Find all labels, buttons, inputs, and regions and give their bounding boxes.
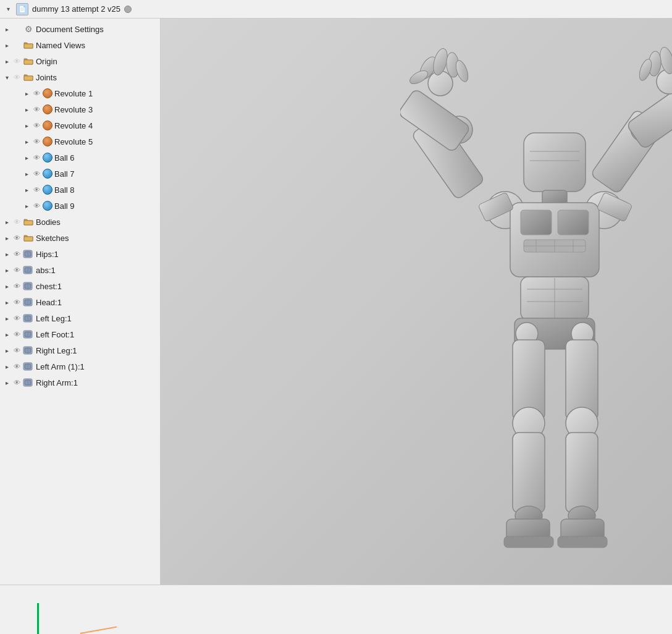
- eye-icon-right-arm[interactable]: [11, 377, 22, 388]
- ball-icon-ball-7: [43, 169, 52, 179]
- chevron-left-leg[interactable]: [2, 314, 11, 323]
- chevron-head[interactable]: [2, 298, 11, 306]
- eye-icon-abs[interactable]: [11, 264, 22, 276]
- chevron-ball-8[interactable]: [22, 185, 31, 194]
- eye-icon-hips[interactable]: [11, 248, 22, 260]
- svg-rect-45: [524, 133, 586, 192]
- folder-icon-joints: [23, 72, 34, 82]
- eye-icon-ball-8[interactable]: [31, 184, 42, 195]
- chevron-chest[interactable]: [2, 282, 11, 290]
- sidebar-item-revolute-1[interactable]: Revolute 1: [0, 85, 160, 101]
- label-document-settings: Document Settings: [36, 25, 104, 34]
- eye-icon-ball-7[interactable]: [31, 168, 42, 179]
- sidebar-item-hips[interactable]: Hips:1: [0, 246, 160, 262]
- chevron-left-arm-1[interactable]: [2, 362, 11, 371]
- bodypart-icon-left-leg: [23, 313, 34, 324]
- eye-icon-bodies[interactable]: [11, 216, 22, 227]
- sidebar-item-bodies[interactable]: Bodies: [0, 214, 160, 230]
- sidebar-item-ball-7[interactable]: Ball 7: [0, 166, 160, 182]
- chevron-ball-7[interactable]: [22, 169, 31, 178]
- sidebar-item-named-views[interactable]: Named Views: [0, 37, 160, 53]
- folder-icon-origin: [23, 56, 34, 66]
- chevron-document-settings[interactable]: [2, 25, 11, 33]
- sidebar-item-ball-6[interactable]: Ball 6: [0, 150, 160, 166]
- svg-rect-52: [521, 210, 552, 235]
- eye-icon-chest[interactable]: [11, 281, 22, 292]
- chevron-revolute-1[interactable]: [22, 89, 31, 98]
- eye-icon-revolute-1[interactable]: [31, 88, 42, 99]
- sidebar-item-document-settings[interactable]: Document Settings: [0, 21, 160, 37]
- sidebar-item-joints[interactable]: Joints: [0, 69, 160, 85]
- graph-orange-line: [80, 627, 117, 634]
- bodypart-icon-right-leg: [23, 345, 34, 356]
- label-revolute-1: Revolute 1: [54, 89, 93, 98]
- root-chevron[interactable]: [4, 5, 12, 14]
- eye-icon-ball-9[interactable]: [31, 200, 42, 211]
- chevron-revolute-5[interactable]: [22, 137, 31, 146]
- eye-icon-left-arm-1[interactable]: [11, 361, 22, 372]
- eye-icon-left-foot[interactable]: [11, 329, 22, 340]
- eye-icon-origin[interactable]: [11, 56, 22, 67]
- label-left-foot: Left Foot:1: [36, 330, 74, 339]
- sidebar-item-revolute-4[interactable]: Revolute 4: [0, 117, 160, 133]
- label-head: Head:1: [36, 298, 62, 307]
- eye-icon-head[interactable]: [11, 297, 22, 308]
- svg-rect-68: [566, 433, 598, 513]
- chevron-ball-9[interactable]: [22, 201, 31, 210]
- ball-icon-ball-8: [43, 185, 52, 195]
- chevron-origin[interactable]: [2, 57, 11, 66]
- sidebar-item-ball-9[interactable]: Ball 9: [0, 198, 160, 214]
- sidebar-item-right-arm[interactable]: Right Arm:1: [0, 374, 160, 391]
- label-ball-9: Ball 9: [54, 201, 75, 211]
- bodypart-icon-head: [23, 297, 34, 308]
- eye-icon-joints[interactable]: [11, 72, 22, 83]
- label-sketches: Sketches: [36, 234, 69, 243]
- svg-rect-53: [558, 210, 589, 235]
- eye-icon-revolute-3[interactable]: [31, 104, 42, 115]
- bodypart-icon-left-arm-1: [23, 361, 34, 372]
- chevron-revolute-4[interactable]: [22, 121, 31, 130]
- chevron-right-leg[interactable]: [2, 346, 11, 355]
- label-bodies: Bodies: [36, 218, 61, 227]
- sidebar-item-head[interactable]: Head:1: [0, 294, 160, 310]
- sidebar-item-left-leg[interactable]: Left Leg:1: [0, 310, 160, 326]
- sidebar-item-chest[interactable]: chest:1: [0, 278, 160, 294]
- sidebar-item-left-foot[interactable]: Left Foot:1: [0, 326, 160, 342]
- chevron-joints[interactable]: [2, 73, 11, 82]
- eye-icon-sketches[interactable]: [11, 232, 22, 243]
- eye-icon-revolute-5[interactable]: [31, 136, 42, 147]
- chevron-abs[interactable]: [2, 266, 11, 274]
- chevron-bodies[interactable]: [2, 218, 11, 226]
- document-title: dummy 13 attempt 2 v25: [32, 4, 120, 14]
- robot-3d-view: [400, 37, 672, 568]
- sidebar-item-right-leg[interactable]: Right Leg:1: [0, 342, 160, 358]
- ball-icon-ball-6: [43, 153, 52, 163]
- header-bar: 📄 dummy 13 attempt 2 v25: [0, 0, 672, 19]
- chevron-ball-6[interactable]: [22, 153, 31, 162]
- chevron-revolute-3[interactable]: [22, 105, 31, 114]
- label-left-arm-1: Left Arm (1):1: [36, 362, 85, 371]
- sidebar-item-sketches[interactable]: Sketches: [0, 230, 160, 246]
- chevron-left-foot[interactable]: [2, 330, 11, 339]
- sidebar-item-left-arm-1[interactable]: Left Arm (1):1: [0, 358, 160, 374]
- chevron-right-arm[interactable]: [2, 378, 11, 387]
- chevron-hips[interactable]: [2, 250, 11, 258]
- chevron-sketches[interactable]: [2, 234, 11, 242]
- svg-point-30: [428, 71, 453, 96]
- eye-icon-ball-6[interactable]: [31, 152, 42, 163]
- eye-icon-revolute-4[interactable]: [31, 120, 42, 131]
- label-ball-8: Ball 8: [54, 185, 75, 195]
- svg-rect-74: [513, 433, 545, 513]
- eye-icon-left-leg[interactable]: [11, 313, 22, 324]
- sidebar-item-ball-8[interactable]: Ball 8: [0, 182, 160, 198]
- eye-icon-right-leg[interactable]: [11, 345, 22, 356]
- sidebar-item-origin[interactable]: Origin: [0, 53, 160, 69]
- chevron-named-views[interactable]: [2, 41, 11, 49]
- sidebar-item-revolute-5[interactable]: Revolute 5: [0, 133, 160, 150]
- bodypart-icon-chest: [23, 281, 34, 292]
- sidebar-item-abs[interactable]: abs:1: [0, 262, 160, 278]
- sidebar-item-revolute-3[interactable]: Revolute 3: [0, 101, 160, 117]
- label-ball-7: Ball 7: [54, 169, 75, 179]
- 3d-viewport[interactable]: [161, 19, 672, 585]
- folder-icon-sketches: [23, 233, 34, 243]
